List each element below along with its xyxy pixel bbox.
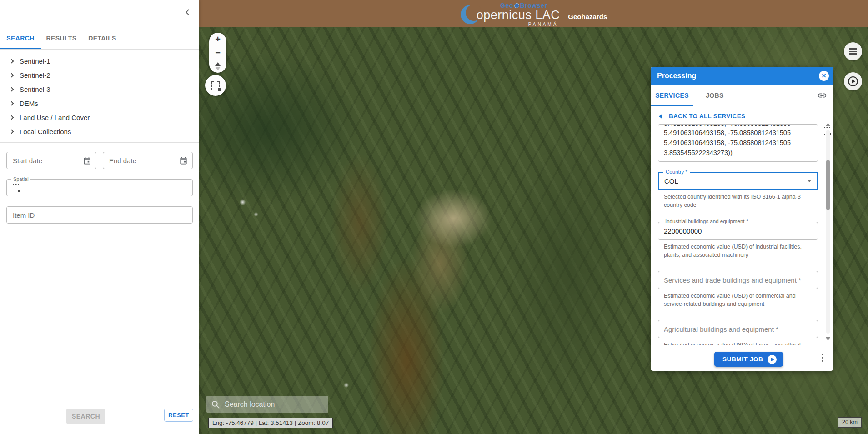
search-icon xyxy=(211,400,220,409)
tree-item-label: Sentinel-3 xyxy=(20,85,50,93)
chevron-right-icon xyxy=(10,101,14,106)
country-select[interactable]: Country * COL xyxy=(658,172,818,190)
close-icon[interactable]: ✕ xyxy=(819,71,829,81)
tab-search[interactable]: SEARCH xyxy=(0,27,41,49)
sidebar-footer: SEARCH RESET xyxy=(0,409,199,434)
tree-item-label: Sentinel-2 xyxy=(20,71,50,79)
sidebar-header xyxy=(0,0,199,27)
tilt-up-icon xyxy=(215,62,221,66)
zoom-in-button[interactable]: + xyxy=(209,33,226,46)
item-id-field[interactable] xyxy=(6,206,193,224)
reset-button[interactable]: RESET xyxy=(164,409,193,422)
tree-item-local-collections[interactable]: Local Collections xyxy=(0,125,199,139)
tree-item-sentinel-3[interactable]: Sentinel-3 xyxy=(0,82,199,96)
back-to-services-link[interactable]: BACK TO ALL SERVICES xyxy=(651,106,833,124)
spatial-label: Spatial xyxy=(11,176,30,182)
services-trade-helper-text: Estimated economic value (USD) of commer… xyxy=(664,292,814,308)
tilt-toggle-button[interactable] xyxy=(209,60,226,73)
country-helper-text: Selected country identified with its ISO… xyxy=(664,193,814,209)
tree-item-label: DEMs xyxy=(20,100,38,107)
agricultural-input[interactable] xyxy=(658,320,818,338)
app-header: GeoBrowser opernicus LAC PANAMÁ Geohazar… xyxy=(199,0,868,27)
tilt-down-icon xyxy=(215,67,221,70)
item-id-input[interactable] xyxy=(13,211,186,219)
submit-job-label: SUBMIT JOB xyxy=(722,356,763,363)
play-icon xyxy=(848,76,858,86)
industrial-helper-text: Estimated economic value (USD) of indust… xyxy=(664,243,814,259)
play-icon xyxy=(768,355,777,364)
tree-item-land-use[interactable]: Land Use / Land Cover xyxy=(0,110,199,125)
spatial-filter-box[interactable]: Spatial xyxy=(6,179,193,196)
draw-rectangle-icon xyxy=(211,81,220,90)
processing-footer: SUBMIT JOB xyxy=(651,345,833,371)
processing-panel: Processing ✕ SERVICES JOBS BACK TO ALL S… xyxy=(651,67,833,371)
tab-details[interactable]: DETAILS xyxy=(82,27,123,49)
back-link-label: BACK TO ALL SERVICES xyxy=(669,113,745,120)
submit-job-button[interactable]: SUBMIT JOB xyxy=(714,352,783,367)
country-label: Country * xyxy=(663,169,690,175)
copy-link-button[interactable] xyxy=(817,90,827,102)
draw-rectangle-icon[interactable] xyxy=(13,184,19,191)
calendar-icon[interactable] xyxy=(179,156,188,165)
scroll-down-icon[interactable] xyxy=(826,337,830,341)
tree-item-sentinel-2[interactable]: Sentinel-2 xyxy=(0,68,199,82)
tree-item-dems[interactable]: DEMs xyxy=(0,96,199,110)
industrial-label: Industrial buildings and equipment * xyxy=(663,219,750,224)
services-trade-input[interactable] xyxy=(658,271,818,289)
scrollbar-track[interactable] xyxy=(826,130,830,334)
panama-label: PANAMÁ xyxy=(528,22,558,27)
chevron-right-icon xyxy=(10,115,14,120)
geometry-line: 5.491063106493158, -75.08580812431505 xyxy=(664,125,812,128)
search-button[interactable]: SEARCH xyxy=(66,409,105,424)
collapse-sidebar-button[interactable] xyxy=(186,9,192,15)
chevron-right-icon xyxy=(10,59,14,64)
processing-title: Processing xyxy=(657,72,696,80)
tour-play-button[interactable] xyxy=(844,72,862,90)
agricultural-helper-text: Estimated economic value (USD) of farms,… xyxy=(664,341,814,345)
start-date-input[interactable] xyxy=(13,157,63,165)
scroll-up-icon[interactable] xyxy=(826,123,830,126)
app-subtitle: Geohazards xyxy=(568,13,607,20)
geometry-line: 5.491063106493158, -75.08580812431505 xyxy=(664,138,812,148)
copernicus-logo-text: opernicus LAC xyxy=(477,9,560,21)
geometry-line: 5.491063106493158, -75.08580812431505 xyxy=(664,128,812,138)
processing-tabs: SERVICES JOBS xyxy=(651,85,833,106)
tree-item-label: Sentinel-1 xyxy=(20,57,50,65)
end-date-field[interactable] xyxy=(103,152,193,169)
tab-jobs[interactable]: JOBS xyxy=(693,85,736,106)
geometry-textarea[interactable]: 5.491063106493158, -75.08580812431505 5.… xyxy=(658,124,818,162)
kebab-menu-icon[interactable] xyxy=(822,354,823,362)
scrollbar-thumb[interactable] xyxy=(826,160,830,210)
end-date-input[interactable] xyxy=(109,157,159,165)
map-zoom-controls: + − xyxy=(209,33,226,73)
chevron-right-icon xyxy=(10,130,14,134)
draw-bbox-button[interactable] xyxy=(205,75,226,96)
processing-panel-header[interactable]: Processing ✕ xyxy=(651,67,833,85)
geometry-line: 3.8535455222343273)) xyxy=(664,148,812,158)
sidebar-tabs: SEARCH RESULTS DETAILS xyxy=(0,27,199,50)
calendar-icon[interactable] xyxy=(83,156,91,165)
tab-results[interactable]: RESULTS xyxy=(41,27,82,49)
tree-item-label: Local Collections xyxy=(20,128,71,135)
collections-tree: Sentinel-1 Sentinel-2 Sentinel-3 DEMs La… xyxy=(0,50,199,143)
zoom-out-button[interactable]: − xyxy=(209,46,226,60)
tab-services[interactable]: SERVICES xyxy=(651,85,693,106)
date-range-row xyxy=(0,143,199,169)
tree-item-sentinel-1[interactable]: Sentinel-1 xyxy=(0,54,199,68)
app-logo: GeoBrowser opernicus LAC PANAMÁ Geohazar… xyxy=(460,2,607,27)
tree-item-label: Land Use / Land Cover xyxy=(20,114,90,121)
map-scale-bar: 20 km xyxy=(838,417,862,428)
map-status-bar: Lng: -75.46779 | Lat: 3.51413 | Zoom: 8.… xyxy=(208,418,333,428)
chevron-right-icon xyxy=(10,87,14,92)
map-search-bar[interactable] xyxy=(206,396,328,413)
country-value: COL xyxy=(664,177,807,185)
industrial-value-field[interactable]: Industrial buildings and equipment * 220… xyxy=(658,222,818,240)
back-arrow-icon xyxy=(659,114,662,119)
search-sidebar: SEARCH RESULTS DETAILS Sentinel-1 Sentin… xyxy=(0,0,199,434)
globe-icon xyxy=(514,3,519,8)
search-location-input[interactable] xyxy=(225,400,316,409)
dropdown-arrow-icon[interactable] xyxy=(807,180,812,182)
start-date-field[interactable] xyxy=(6,152,96,169)
industrial-value: 2200000000 xyxy=(664,227,812,235)
menu-button[interactable] xyxy=(844,42,862,60)
